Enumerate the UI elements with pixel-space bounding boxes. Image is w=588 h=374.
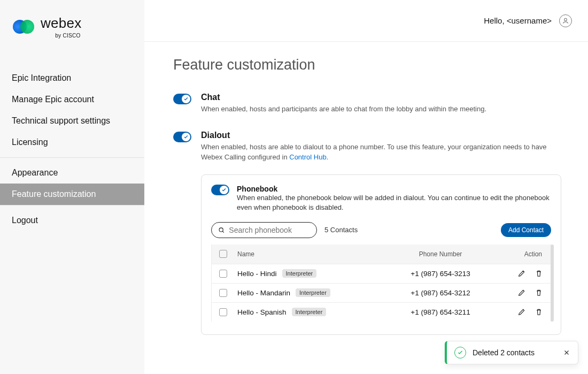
brand-logo: webex by CISCO	[0, 0, 144, 44]
user-icon	[562, 17, 569, 25]
table-row: Hello - Hindi Interpreter +1 (987) 654-3…	[212, 264, 551, 283]
contact-name: Hello - Hindi	[237, 270, 277, 278]
interpreter-tag: Interpreter	[282, 269, 317, 278]
success-check-icon	[454, 347, 466, 358]
feature-chat: Chat When enabled, hosts and participant…	[173, 93, 561, 115]
feature-dialout-desc-suffix: .	[327, 153, 329, 161]
sidebar-item-epic-integration[interactable]: Epic Integration	[0, 67, 144, 89]
sidebar-item-technical-support-settings[interactable]: Technical support settings	[0, 110, 144, 132]
brand-byline: by CISCO	[41, 33, 81, 39]
avatar[interactable]	[559, 14, 572, 27]
svg-point-2	[564, 18, 567, 21]
select-all-checkbox[interactable]	[219, 250, 227, 258]
edit-icon[interactable]	[517, 288, 526, 297]
sidebar-item-appearance[interactable]: Appearance	[0, 162, 144, 184]
phonebook-count: 5 Contacts	[324, 226, 358, 234]
feature-chat-title: Chat	[201, 93, 561, 102]
phonebook-desc: When enabled, the phonebook below will b…	[237, 193, 551, 212]
sidebar-divider	[0, 205, 144, 205]
col-name: Name	[237, 250, 392, 258]
check-icon	[221, 187, 227, 193]
interpreter-tag: Interpreter	[296, 288, 330, 297]
webex-logo-icon	[12, 19, 35, 35]
contact-phone: +1 (987) 654-3213	[392, 270, 489, 278]
trash-icon[interactable]	[535, 288, 543, 297]
toast-message: Deleted 2 contacts	[473, 348, 535, 357]
topbar-greeting: Hello, <username>	[484, 16, 552, 25]
search-icon	[218, 226, 225, 234]
table-row: Hello - Mandarin Interpreter +1 (987) 65…	[212, 283, 551, 302]
feature-dialout-desc: When enabled, hosts are able to dialout …	[201, 142, 561, 163]
contact-phone: +1 (987) 654-3211	[392, 308, 489, 316]
sidebar-nav: Epic Integration Manage Epic account Tec…	[0, 67, 144, 231]
phonebook-panel: Phonebook When enabled, the phonebook be…	[201, 174, 561, 335]
sidebar-item-logout[interactable]: Logout	[0, 210, 144, 231]
search-phonebook-input[interactable]	[229, 226, 310, 234]
contact-phone: +1 (987) 654-3212	[392, 289, 489, 297]
row-checkbox[interactable]	[219, 308, 227, 316]
trash-icon[interactable]	[535, 308, 543, 316]
close-icon[interactable]	[563, 349, 570, 356]
feature-dialout: Dialout When enabled, hosts are able to …	[173, 131, 561, 335]
contact-name: Hello - Spanish	[237, 308, 287, 316]
toggle-chat[interactable]	[173, 94, 191, 104]
phonebook-table: Name Phone Number Action Hello - Hindi I…	[211, 245, 551, 322]
svg-point-1	[20, 20, 34, 34]
main: Hello, <username> Feature customization …	[144, 0, 588, 374]
col-action: Action	[489, 250, 547, 258]
control-hub-link[interactable]: Control Hub	[289, 153, 326, 161]
toggle-phonebook[interactable]	[211, 185, 229, 195]
sidebar: webex by CISCO Epic Integration Manage E…	[0, 0, 144, 374]
contact-name: Hello - Mandarin	[237, 289, 290, 297]
edit-icon[interactable]	[517, 269, 526, 278]
feature-dialout-title: Dialout	[201, 131, 561, 140]
phonebook-title: Phonebook	[237, 185, 551, 193]
search-phonebook-wrap[interactable]	[211, 222, 317, 238]
sidebar-divider	[0, 157, 144, 158]
toggle-dialout[interactable]	[173, 132, 191, 142]
check-icon	[183, 96, 189, 102]
row-checkbox[interactable]	[219, 289, 227, 297]
col-phone: Phone Number	[392, 250, 489, 258]
brand-name: webex	[41, 15, 82, 32]
sidebar-item-licensing[interactable]: Licensing	[0, 132, 144, 153]
feature-chat-desc: When enabled, hosts and participants are…	[201, 104, 561, 115]
phonebook-scrollbar[interactable]	[551, 245, 554, 322]
topbar: Hello, <username>	[144, 0, 588, 42]
row-checkbox[interactable]	[219, 270, 227, 278]
trash-icon[interactable]	[535, 269, 543, 278]
content: Feature customization Chat When enabled,…	[144, 42, 588, 374]
toast-deleted-contacts: Deleted 2 contacts	[445, 341, 578, 364]
sidebar-item-manage-epic-account[interactable]: Manage Epic account	[0, 89, 144, 110]
edit-icon[interactable]	[517, 308, 526, 316]
interpreter-tag: Interpreter	[292, 308, 327, 316]
page-title: Feature customization	[173, 57, 561, 73]
svg-point-3	[219, 228, 223, 232]
check-icon	[183, 134, 189, 140]
feature-dialout-desc-prefix: When enabled, hosts are able to dialout …	[201, 143, 547, 161]
add-contact-button[interactable]: Add Contact	[501, 223, 551, 237]
table-row: Hello - Spanish Interpreter +1 (987) 654…	[212, 302, 551, 322]
phonebook-table-head: Name Phone Number Action	[212, 245, 551, 264]
sidebar-item-feature-customization[interactable]: Feature customization	[0, 184, 144, 205]
